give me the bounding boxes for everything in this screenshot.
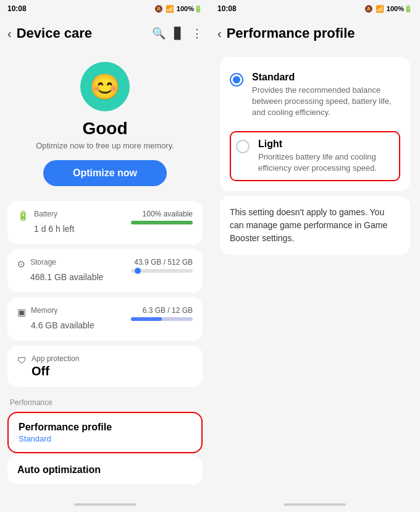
chart-icon[interactable]: ▊	[174, 27, 183, 40]
storage-info: Storage 468.1 GB available	[30, 258, 126, 284]
performance-profile-row[interactable]: Performance profile Standard	[7, 412, 203, 453]
signal-icon: 📶	[166, 5, 174, 13]
battery-right: 100% available	[131, 210, 193, 224]
left-nav-icons: 🔍 ▊ ⋮	[152, 27, 203, 40]
battery-card-icon: 🔋	[17, 210, 29, 221]
light-text: Light Prioritizes battery life and cooli…	[258, 139, 394, 174]
storage-bar-dot	[135, 268, 141, 274]
right-time: 10:08	[217, 4, 237, 13]
app-protection-card: 🛡 App protection Off	[7, 346, 203, 387]
right-mute-icon: 🔕	[364, 5, 373, 13]
right-status-icons: 🔕 📶 100%🔋	[364, 5, 413, 13]
optimize-button[interactable]: Optimize now	[43, 160, 167, 186]
battery-card: 🔋 Battery 1 d 6 h left 100% available	[7, 201, 203, 244]
smiley-section: 😊 Good Optimize now to free up more memo…	[0, 49, 210, 196]
battery-value: 1 d 6 h left	[34, 220, 126, 236]
left-page-title: Device care	[17, 25, 147, 41]
storage-detail: 43.9 GB / 512 GB	[134, 258, 193, 267]
good-title: Good	[82, 119, 127, 139]
app-protection-info: App protection Off	[32, 354, 193, 378]
right-status-bar: 10:08 🔕 📶 100%🔋	[210, 0, 420, 17]
right-panel: 10:08 🔕 📶 100%🔋 ‹ Performance profile St…	[210, 0, 420, 512]
memory-bar-fill	[131, 317, 162, 321]
app-protection-label: App protection	[32, 354, 193, 363]
smiley-face: 😊	[80, 62, 130, 111]
storage-value: 468.1 GB available	[30, 268, 126, 284]
auto-opt-title: Auto optimization	[17, 464, 193, 476]
storage-right: 43.9 GB / 512 GB	[131, 258, 193, 273]
standard-radio[interactable]	[230, 73, 243, 87]
right-signal-icon: 📶	[376, 5, 384, 13]
memory-card: ▣ Memory 4.6 GB available 6.3 GB / 12 GB	[7, 297, 203, 341]
perf-profile-title: Performance profile	[19, 422, 191, 433]
right-back-button[interactable]: ‹	[217, 27, 222, 41]
app-protection-icon: 🛡	[17, 355, 27, 365]
storage-bar-track	[131, 269, 193, 273]
memory-value: 4.6 GB available	[31, 316, 126, 332]
memory-bar-track	[131, 317, 193, 321]
battery-percent: 100% available	[143, 210, 193, 218]
notice-text: This setting doesn't apply to games. You…	[230, 206, 400, 245]
face-emoji: 😊	[90, 72, 120, 101]
light-radio[interactable]	[236, 140, 250, 153]
memory-right: 6.3 GB / 12 GB	[131, 306, 193, 321]
battery-label: Battery	[34, 210, 126, 218]
radio-options-card: Standard Provides the recommended balanc…	[220, 57, 410, 191]
standard-text: Standard Provides the recommended balanc…	[252, 72, 400, 119]
light-title: Light	[258, 139, 394, 150]
left-status-bar: 10:08 🔕 📶 100%🔋	[0, 0, 210, 17]
memory-info: Memory 4.6 GB available	[31, 306, 126, 332]
battery-bar-track	[131, 221, 193, 224]
notice-card: This setting doesn't apply to games. You…	[220, 196, 410, 255]
standard-title: Standard	[252, 72, 400, 83]
storage-label: Storage	[30, 258, 126, 267]
right-battery-icon: 100%🔋	[387, 5, 413, 13]
auto-optimization-row[interactable]: Auto optimization	[7, 456, 203, 484]
light-option-wrapper[interactable]: Light Prioritizes battery life and cooli…	[230, 126, 400, 181]
left-panel: 10:08 🔕 📶 100%🔋 ‹ Device care 🔍 ▊ ⋮ 😊 Go…	[0, 0, 210, 512]
left-back-button[interactable]: ‹	[7, 27, 12, 41]
battery-icon: 100%🔋	[177, 5, 203, 13]
left-top-nav: ‹ Device care 🔍 ▊ ⋮	[0, 17, 210, 49]
standard-desc: Provides the recommended balance between…	[252, 85, 400, 119]
battery-bar-fill	[131, 221, 193, 224]
right-bottom-bar	[210, 500, 420, 512]
more-icon[interactable]: ⋮	[191, 27, 203, 40]
right-top-nav: ‹ Performance profile	[210, 17, 420, 49]
storage-card: ⊙ Storage 468.1 GB available 43.9 GB / 5…	[7, 249, 203, 292]
mute-icon: 🔕	[154, 5, 163, 13]
standard-option[interactable]: Standard Provides the recommended balanc…	[230, 67, 400, 124]
battery-info: Battery 1 d 6 h left	[34, 210, 126, 236]
good-subtitle: Optimize now to free up more memory.	[36, 141, 174, 150]
perf-profile-subtitle: Standard	[19, 434, 191, 443]
left-status-icons: 🔕 📶 100%🔋	[154, 5, 203, 13]
app-protection-value: Off	[32, 364, 193, 378]
right-bottom-indicator	[284, 503, 346, 506]
memory-card-icon: ▣	[17, 307, 26, 318]
standard-radio-inner	[233, 76, 240, 83]
left-scroll-content: 😊 Good Optimize now to free up more memo…	[0, 49, 210, 500]
memory-label: Memory	[31, 306, 126, 315]
left-time: 10:08	[7, 4, 27, 13]
left-bottom-bar	[0, 500, 210, 512]
left-bottom-indicator	[74, 503, 136, 506]
light-desc: Prioritizes battery life and cooling eff…	[258, 151, 394, 174]
right-scroll-content: Standard Provides the recommended balanc…	[210, 49, 420, 500]
memory-detail: 6.3 GB / 12 GB	[143, 306, 193, 315]
performance-section-header: Performance	[0, 392, 210, 409]
search-icon[interactable]: 🔍	[152, 27, 166, 40]
right-page-title: Performance profile	[227, 25, 413, 41]
storage-card-icon: ⊙	[17, 258, 25, 270]
